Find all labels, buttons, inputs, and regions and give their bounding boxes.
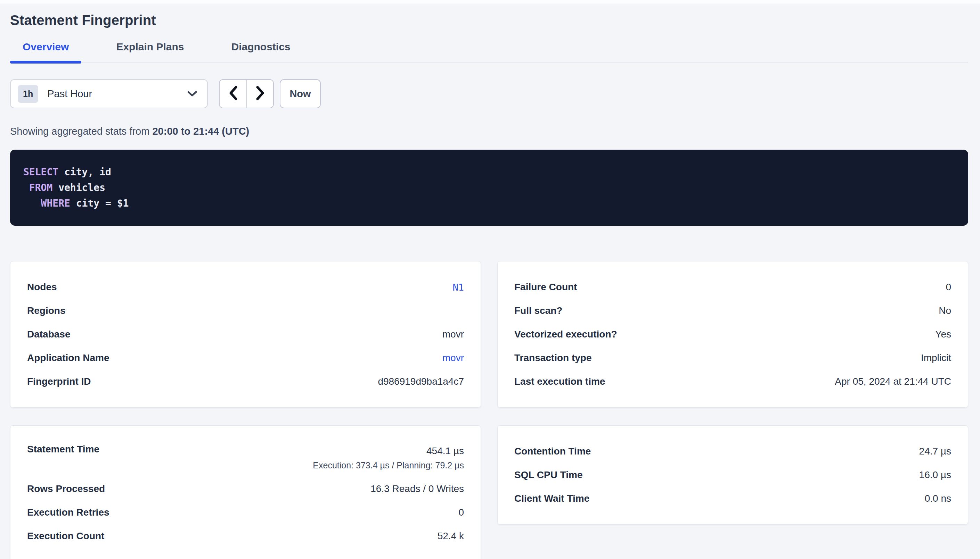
tab-diagnostics[interactable]: Diagnostics [219,41,303,62]
execution-attributes-card: Failure Count 0 Full scan? No Vectorized… [497,261,968,408]
row-nodes: Nodes N1 [27,275,464,299]
execution-count-label: Execution Count [27,531,104,542]
full-scan-value: No [939,305,951,316]
execution-count-value: 52.4 k [438,531,464,542]
statement-time-detail: Execution: 373.4 µs / Planning: 79.2 µs [313,458,464,472]
full-scan-label: Full scan? [514,305,562,316]
row-execution-retries: Execution Retries 0 [27,501,464,524]
application-name-link[interactable]: movr [443,352,464,364]
sql-line: SELECT city, id [23,164,955,180]
tab-bar: Overview Explain Plans Diagnostics [10,41,968,63]
fingerprint-id-value: d986919d9ba1a4c7 [378,376,464,387]
last-execution-time-label: Last execution time [514,376,605,387]
transaction-type-value: Implicit [921,352,951,364]
next-time-button[interactable] [246,80,273,108]
row-rows-processed: Rows Processed 16.3 Reads / 0 Writes [27,477,464,501]
statement-time-label: Statement Time [27,444,99,455]
database-label: Database [27,329,71,340]
rows-processed-value: 16.3 Reads / 0 Writes [370,483,464,495]
row-fingerprint-id: Fingerprint ID d986919d9ba1a4c7 [27,370,464,394]
row-regions: Regions [27,299,464,322]
nodes-label: Nodes [27,281,57,293]
sql-cpu-time-label: SQL CPU Time [514,470,583,481]
last-execution-time-value: Apr 05, 2024 at 21:44 UTC [835,376,951,387]
time-controls: 1h Past Hour Now [10,79,968,108]
chevron-right-icon [255,86,265,102]
client-wait-time-label: Client Wait Time [514,493,589,504]
statement-time-value: 454.1 µs [426,444,464,458]
client-wait-time-value: 0.0 ns [925,493,951,504]
transaction-type-label: Transaction type [514,352,592,364]
statement-details-card: Nodes N1 Regions Database movr Applicati… [10,261,481,408]
tab-overview[interactable]: Overview [10,41,81,62]
sql-statement-box: SELECT city, id FROM vehicles WHERE city… [10,150,968,226]
summary-cards: Nodes N1 Regions Database movr Applicati… [10,261,968,559]
time-range-dropdown[interactable]: 1h Past Hour [10,79,208,108]
execution-retries-value: 0 [458,507,464,518]
row-last-execution-time: Last execution time Apr 05, 2024 at 21:4… [514,370,951,394]
aggregated-stats-caption: Showing aggregated stats from 20:00 to 2… [10,126,968,137]
failure-count-label: Failure Count [514,281,577,293]
statement-fingerprint-page: Statement Fingerprint Overview Explain P… [0,12,980,559]
sql-line: FROM vehicles [23,180,955,195]
contention-time-value: 24.7 µs [919,446,951,457]
previous-time-button[interactable] [220,80,246,108]
time-range-label: Past Hour [47,88,92,100]
vectorized-execution-label: Vectorized execution? [514,329,617,340]
execution-stats-card: Statement Time 454.1 µs Execution: 373.4… [10,425,481,559]
row-failure-count: Failure Count 0 [514,275,951,299]
failure-count-value: 0 [945,281,951,293]
application-name-label: Application Name [27,352,109,364]
row-database: Database movr [27,322,464,346]
caption-time-range: 20:00 to 21:44 (UTC) [152,126,249,137]
chevron-down-icon [187,90,197,97]
row-contention-time: Contention Time 24.7 µs [514,440,951,463]
rows-processed-label: Rows Processed [27,483,105,495]
vectorized-execution-value: Yes [935,329,951,340]
database-value: movr [443,329,464,340]
row-client-wait-time: Client Wait Time 0.0 ns [514,487,951,510]
regions-label: Regions [27,305,65,316]
row-execution-count: Execution Count 52.4 k [27,524,464,548]
resource-stats-card: Contention Time 24.7 µs SQL CPU Time 16.… [497,425,968,524]
statement-time-values: 454.1 µs Execution: 373.4 µs / Planning:… [313,444,464,472]
nodes-link[interactable]: N1 [453,282,464,293]
row-transaction-type: Transaction type Implicit [514,346,951,370]
top-edge [0,0,980,3]
time-pager [219,79,274,108]
row-sql-cpu-time: SQL CPU Time 16.0 µs [514,463,951,487]
row-statement-time: Statement Time 454.1 µs Execution: 373.4… [27,440,464,477]
row-vectorized-execution: Vectorized execution? Yes [514,322,951,346]
caption-prefix: Showing aggregated stats from [10,126,152,137]
contention-time-label: Contention Time [514,446,591,457]
sql-cpu-time-value: 16.0 µs [919,470,951,481]
tab-explain-plans[interactable]: Explain Plans [104,41,196,62]
row-full-scan: Full scan? No [514,299,951,322]
time-range-badge: 1h [18,85,38,103]
now-button[interactable]: Now [280,79,321,108]
fingerprint-id-label: Fingerprint ID [27,376,91,387]
chevron-left-icon [228,86,238,102]
sql-line: WHERE city = $1 [23,195,955,211]
page-title: Statement Fingerprint [10,12,968,28]
row-application-name: Application Name movr [27,346,464,370]
execution-retries-label: Execution Retries [27,507,109,518]
